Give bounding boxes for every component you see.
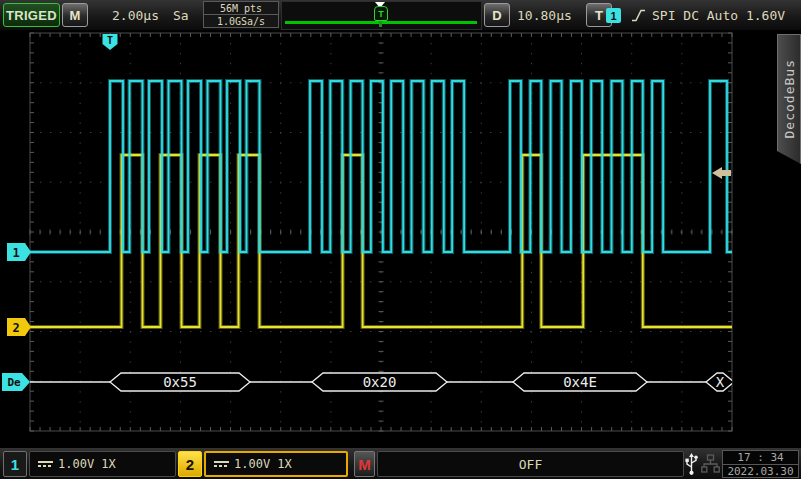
bottom-status-bar: 1 1.00V 1X 2 1.00V 1X M OFF bbox=[0, 447, 801, 479]
sample-mode-label: Sa bbox=[173, 8, 189, 23]
timebase-value: 2.00µs bbox=[112, 8, 159, 23]
math-status-panel[interactable]: OFF bbox=[377, 451, 684, 477]
scope-display: 0x550x200x4EXT12De bbox=[0, 30, 801, 447]
memory-position-indicator[interactable]: T bbox=[281, 1, 482, 30]
svg-text:T: T bbox=[107, 35, 113, 46]
svg-text:De: De bbox=[7, 376, 21, 389]
timebase-readout: 2.00µs Sa bbox=[112, 0, 189, 30]
clock-panel: 17 : 34 2022.03.30 bbox=[722, 450, 799, 478]
lan-icon bbox=[701, 453, 720, 475]
oscilloscope-screen: TRIGED M 2.00µs Sa 56M pts 1.0GSa/s T D … bbox=[0, 0, 801, 479]
channel-2-settings: 1.00V 1X bbox=[234, 457, 292, 471]
trigger-status-badge: TRIGED bbox=[3, 3, 60, 27]
decode-bus-tab-label: DecodeBus bbox=[782, 59, 797, 138]
decode-bus-tab[interactable]: DecodeBus bbox=[777, 34, 801, 164]
horizontal-menu-button[interactable]: M bbox=[62, 3, 88, 27]
bus-value-label: 0x20 bbox=[363, 374, 397, 390]
usb-icon bbox=[684, 452, 699, 476]
clock-date: 2022.03.30 bbox=[723, 464, 798, 478]
bus-value-label: X bbox=[716, 374, 725, 390]
delay-menu-button[interactable]: D bbox=[484, 3, 510, 27]
dc-coupling-icon bbox=[214, 461, 229, 467]
channel-2-badge[interactable]: 2 bbox=[178, 451, 202, 477]
svg-text:2: 2 bbox=[12, 321, 19, 335]
waveforms bbox=[30, 81, 732, 327]
bus-value-label: 0x4E bbox=[563, 374, 597, 390]
top-status-bar: TRIGED M 2.00µs Sa 56M pts 1.0GSa/s T D … bbox=[0, 0, 801, 31]
channel-1-settings: 1.00V 1X bbox=[58, 457, 116, 471]
math-badge[interactable]: M bbox=[354, 451, 375, 477]
sample-rate: 1.0GSa/s bbox=[203, 15, 279, 28]
channel-1-badge[interactable]: 1 bbox=[3, 451, 27, 477]
trigger-info-readout: SPI DC Auto 1.60V bbox=[652, 0, 785, 30]
trigger-position-flag-icon[interactable]: T bbox=[374, 6, 388, 21]
decode-bus: 0x550x200x4EX bbox=[30, 373, 734, 391]
channel-2-settings-panel[interactable]: 1.00V 1X bbox=[204, 451, 348, 477]
bus-value-label: 0x55 bbox=[163, 374, 197, 390]
svg-text:1: 1 bbox=[12, 246, 19, 260]
rising-edge-icon bbox=[630, 7, 647, 24]
trigger-source-badge: 1 bbox=[606, 8, 621, 23]
clock-time: 17 : 34 bbox=[723, 451, 798, 464]
dc-coupling-icon bbox=[38, 461, 53, 467]
record-length: 56M pts bbox=[203, 1, 279, 15]
channel-1-settings-panel[interactable]: 1.00V 1X bbox=[29, 451, 176, 477]
horizontal-delay-readout: 10.80µs bbox=[517, 0, 572, 30]
record-info-box: 56M pts 1.0GSa/s bbox=[203, 1, 279, 28]
channel-1-trace-glow bbox=[30, 81, 732, 252]
